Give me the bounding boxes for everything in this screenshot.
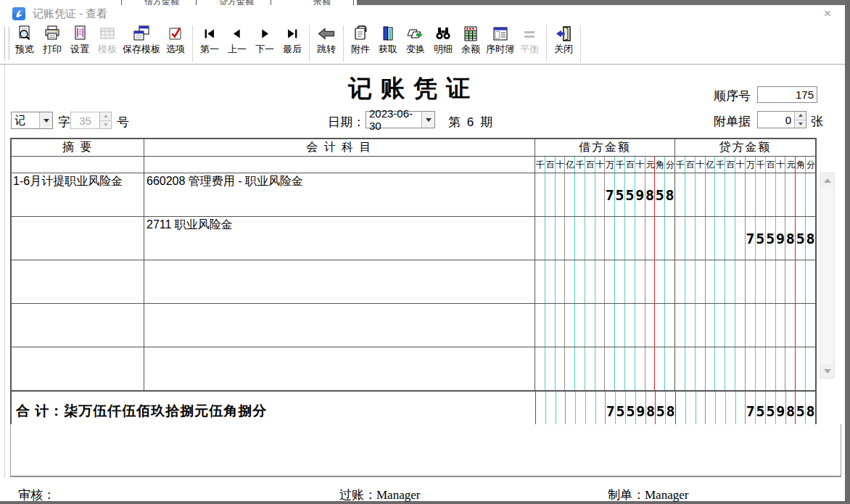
toolbar-separator [546, 25, 547, 62]
word-label: 字 [58, 114, 70, 131]
attachment-icon [352, 25, 369, 44]
table-row [12, 347, 815, 390]
summary-cell [12, 260, 144, 303]
dialog-title: 记账凭证 - 查看 [33, 7, 107, 21]
scroll-down-icon[interactable] [820, 364, 834, 378]
toolbar-separator [580, 25, 581, 62]
close-icon[interactable]: × [819, 6, 836, 22]
toolbar-button-transform[interactable]: 变换 [402, 25, 429, 62]
reviewer-label: 审核： [18, 488, 55, 502]
first-record-icon [202, 25, 218, 44]
debit-amount-cell [535, 304, 675, 347]
debit-amount-cell: 7559858 [535, 173, 675, 216]
number-suffix-label: 号 [117, 114, 129, 131]
jump-arrow-icon [317, 25, 336, 44]
date-label: 日期： [328, 114, 365, 131]
poster-value: Manager [376, 488, 420, 502]
bg-col-debit: 借方金额 [144, 0, 179, 5]
bg-divider [353, 0, 354, 5]
bg-gray-band [357, 0, 850, 5]
toolbar-button-previous[interactable]: 上一 [223, 25, 251, 62]
account-column-header: 会 计 科 目 [144, 139, 535, 156]
bg-divider [121, 0, 122, 5]
credit-digit-scale: 千百十亿千百十万千百十元角分 [675, 157, 815, 173]
voucher-word-combobox[interactable]: 记 [11, 112, 53, 129]
toolbar-button-save-template[interactable]: 保存模板 [121, 25, 162, 62]
summary-cell [12, 217, 144, 260]
grid-scrollbar[interactable] [820, 173, 835, 379]
account-cell [144, 347, 535, 390]
toolbar-button-template: 模板 [94, 25, 121, 62]
serial-number-input[interactable]: 175 [757, 86, 817, 103]
chevron-down-icon[interactable] [39, 112, 52, 128]
toolbar-button-jump[interactable]: 跳转 [313, 25, 340, 62]
account-cell [144, 260, 535, 303]
debit-digit-scale: 千百十亿千百十万千百十元角分 [535, 157, 675, 173]
toolbar-button-fetch[interactable]: 获取 [374, 25, 402, 62]
toolbar-button-close[interactable]: 关闭 [550, 25, 577, 62]
chevron-down-icon[interactable] [421, 112, 434, 128]
bg-divider [196, 0, 197, 5]
attachment-count-stepper[interactable]: 0 [757, 111, 806, 128]
spinner-buttons [99, 112, 111, 128]
spin-down-icon[interactable] [795, 120, 806, 128]
toolbar-button-last[interactable]: 最后 [278, 25, 306, 62]
attachment-count-label: 附单据 [714, 113, 751, 130]
toolbar-separator [192, 25, 193, 62]
spin-up-icon[interactable] [795, 112, 806, 120]
options-icon [167, 25, 184, 44]
debit-amount-cell [535, 347, 675, 390]
voucher-table: 摘 要 会 计 科 目 借方金额 贷方金额 千百十亿千百十万千百十元角分 千百十… [10, 138, 817, 431]
preparer-value: Manager [645, 488, 688, 502]
page-setup-icon [71, 25, 88, 44]
previous-record-icon [229, 25, 245, 44]
toolbar-button-next[interactable]: 下一 [251, 25, 278, 62]
spin-down-icon [100, 120, 111, 129]
toolbar-separator [343, 25, 344, 62]
summary-cell: 1-6月计提职业风险金 [12, 173, 144, 216]
scroll-up-icon[interactable] [820, 173, 834, 187]
last-record-icon [284, 25, 300, 44]
ledger-book-icon [379, 25, 397, 44]
toolbar-button-balance[interactable]: 余额 [457, 25, 484, 62]
exit-door-icon [555, 25, 572, 44]
background-window-bottom-edge [0, 501, 850, 504]
account-cell: 2711 职业风险金 [144, 217, 535, 260]
next-record-icon [257, 25, 273, 44]
voucher-number-stepper: 35 [70, 112, 112, 129]
bg-col-credit: 贷方金额 [219, 0, 254, 5]
attachment-unit-label: 张 [811, 113, 823, 130]
template-icon [99, 25, 116, 44]
table-row: 2711 职业风险金 7559858 [12, 217, 815, 260]
toolbar-button-page-setup[interactable]: 设置 [66, 25, 94, 62]
toolbar-button-detail[interactable]: 明细 [429, 25, 457, 62]
preparer-field: 制单：Manager [608, 487, 688, 503]
serial-number-label: 顺序号 [714, 88, 751, 104]
credit-amount-cell [675, 260, 815, 303]
voucher-title: 记账凭证 [10, 73, 817, 105]
date-combobox[interactable]: 2023-06-30 [366, 111, 435, 128]
background-window-sliver: 借方金额 贷方金额 余额 [0, 0, 850, 5]
bg-divider [271, 0, 271, 5]
toolbar-button-journal[interactable]: 序时簿 [484, 25, 516, 62]
dialog-titlebar: 记账凭证 - 查看 × [0, 5, 845, 23]
toolbar-button-attachment[interactable]: 附件 [347, 25, 374, 62]
table-row [12, 304, 815, 347]
printer-icon [44, 25, 61, 44]
summary-cell [12, 347, 144, 390]
toolbar-button-balance-check: 平衡 [516, 25, 543, 62]
toolbar-button-print[interactable]: 打印 [38, 25, 66, 62]
period-label: 第 6 期 [448, 114, 494, 131]
spinner-buttons[interactable] [794, 112, 806, 128]
digit-scale-row: 千百十亿千百十万千百十元角分 千百十亿千百十万千百十元角分 [12, 157, 815, 173]
credit-amount-cell [675, 347, 815, 390]
toolbar-button-first[interactable]: 第一 [196, 25, 223, 62]
binoculars-icon [434, 25, 452, 44]
toolbar-button-preview[interactable]: 预览 [11, 25, 38, 62]
poster-label: 过账： [339, 488, 376, 502]
digit-scale-spacer [12, 157, 144, 173]
credit-column-header: 贷方金额 [675, 139, 815, 156]
toolbar-button-options[interactable]: 选项 [162, 25, 189, 62]
reviewer-field: 审核： [18, 487, 55, 503]
summary-cell [12, 304, 144, 347]
